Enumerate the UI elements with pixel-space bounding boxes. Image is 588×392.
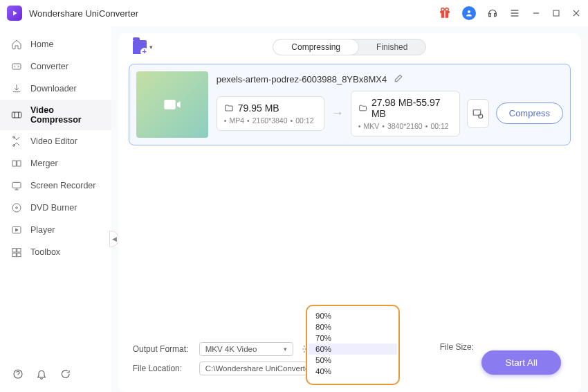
file-size-option[interactable]: 50%	[309, 355, 397, 366]
file-size-option[interactable]: 90%	[309, 310, 397, 321]
svg-point-21	[16, 207, 18, 209]
recorder-icon	[11, 180, 22, 191]
target-size: 27.98 MB-55.97 MB	[371, 97, 452, 119]
file-size-option[interactable]: 60%	[309, 344, 397, 355]
file-location-label: File Location:	[133, 364, 192, 373]
source-size: 79.95 MB	[238, 103, 279, 114]
svg-rect-19	[12, 182, 21, 188]
svg-point-5	[468, 10, 470, 13]
file-card[interactable]: pexels-artem-podrez-6003988_8YBx8MX4 79.…	[129, 64, 571, 145]
tab-compressing[interactable]: Compressing	[273, 39, 358, 55]
svg-point-4	[445, 8, 449, 12]
add-file-icon	[133, 40, 147, 54]
play-icon	[11, 224, 22, 235]
sidebar-item-label: Home	[30, 39, 53, 49]
editor-icon	[11, 136, 22, 147]
target-resolution: 3840*2160	[382, 122, 423, 130]
converter-icon	[11, 61, 22, 72]
sidebar-item-video-compressor[interactable]: Video Compressor	[0, 100, 111, 130]
home-icon	[11, 39, 22, 50]
sidebar-item-label: Downloader	[30, 84, 77, 93]
svg-rect-26	[17, 253, 21, 256]
svg-rect-27	[164, 100, 175, 109]
svg-rect-25	[12, 253, 16, 256]
app-logo	[7, 6, 22, 21]
target-info-box: 27.98 MB-55.97 MB MKV 3840*2160 00:12	[351, 91, 460, 136]
file-name: pexels-artem-podrez-6003988_8YBx8MX4	[217, 74, 387, 84]
sidebar: Home Converter Downloader Video Compress…	[0, 26, 111, 392]
feedback-icon[interactable]	[59, 368, 71, 382]
sidebar-item-player[interactable]: Player	[0, 219, 111, 241]
output-format-value: MKV 4K Video	[205, 345, 257, 353]
sidebar-item-dvd-burner[interactable]: DVD Burner	[0, 197, 111, 219]
sidebar-item-label: Toolbox	[30, 247, 60, 257]
sidebar-item-screen-recorder[interactable]: Screen Recorder	[0, 175, 111, 197]
menu-icon[interactable]	[509, 8, 520, 19]
svg-rect-23	[12, 249, 16, 252]
sidebar-item-video-editor[interactable]: Video Editor	[0, 130, 111, 152]
sidebar-item-label: Merger	[30, 159, 58, 168]
merger-icon	[11, 158, 22, 169]
sidebar-item-label: Video Editor	[30, 136, 77, 146]
source-resolution: 2160*3840	[247, 116, 288, 125]
sidebar-item-downloader[interactable]: Downloader	[0, 78, 111, 100]
sidebar-item-label: DVD Burner	[30, 203, 77, 213]
sidebar-item-label: Screen Recorder	[30, 181, 96, 190]
compressor-icon	[11, 109, 22, 121]
file-size-option[interactable]: 40%	[309, 366, 397, 377]
svg-rect-14	[12, 112, 21, 118]
sidebar-item-merger[interactable]: Merger	[0, 152, 111, 175]
disc-icon	[11, 202, 22, 213]
target-duration: 00:12	[425, 122, 449, 130]
file-size-option[interactable]: 30%	[309, 377, 397, 380]
file-location-select[interactable]: C:\Wondershare UniConverter ▾	[199, 362, 322, 375]
svg-rect-24	[17, 249, 21, 252]
file-size-option[interactable]: 70%	[309, 332, 397, 344]
target-format: MKV	[358, 122, 379, 130]
sidebar-item-label: Converter	[30, 62, 68, 71]
file-size-label: File Size:	[440, 342, 474, 352]
file-size-option[interactable]: 80%	[309, 321, 397, 332]
maximize-icon[interactable]	[552, 9, 560, 17]
user-avatar-icon[interactable]	[462, 6, 476, 20]
close-icon[interactable]	[571, 8, 581, 18]
edit-name-icon[interactable]	[394, 73, 403, 85]
compress-settings-button[interactable]	[467, 99, 489, 128]
headset-icon[interactable]	[487, 8, 498, 19]
output-format-label: Output Format:	[133, 344, 192, 354]
svg-rect-18	[17, 161, 21, 166]
sidebar-item-label: Video Compressor	[30, 105, 100, 125]
compress-button[interactable]: Compress	[496, 103, 563, 124]
arrow-right-icon: →	[331, 106, 344, 121]
source-duration: 00:12	[291, 116, 314, 125]
sidebar-item-label: Player	[30, 225, 55, 235]
help-icon[interactable]	[12, 368, 24, 382]
file-location-value: C:\Wondershare UniConverter	[205, 364, 312, 373]
start-all-button[interactable]: Start All	[481, 350, 561, 375]
sidebar-item-home[interactable]: Home	[0, 33, 111, 55]
bell-icon[interactable]	[36, 368, 47, 382]
file-size-dropdown[interactable]: 90%80%70%60%50%40%30%	[306, 305, 400, 385]
svg-rect-10	[553, 10, 559, 16]
minimize-icon[interactable]	[531, 8, 541, 18]
app-title: Wondershare UniConverter	[29, 8, 439, 19]
download-icon	[11, 83, 22, 94]
sidebar-item-toolbox[interactable]: Toolbox	[0, 241, 111, 263]
chevron-down-icon: ▾	[149, 44, 153, 51]
svg-point-20	[12, 204, 21, 212]
add-file-button[interactable]: ▾	[133, 40, 153, 54]
svg-point-3	[441, 8, 445, 12]
source-info-box: 79.95 MB MP4 2160*3840 00:12	[217, 96, 324, 131]
svg-rect-17	[12, 161, 16, 166]
toolbox-icon	[11, 247, 22, 258]
chevron-down-icon: ▾	[284, 346, 287, 353]
video-thumbnail[interactable]	[136, 71, 208, 138]
gift-icon[interactable]	[439, 7, 451, 19]
sidebar-item-converter[interactable]: Converter	[0, 55, 111, 78]
svg-rect-13	[12, 64, 21, 69]
source-format: MP4	[224, 116, 244, 125]
output-format-select[interactable]: MKV 4K Video ▾	[199, 342, 293, 356]
tab-finished[interactable]: Finished	[358, 39, 425, 55]
